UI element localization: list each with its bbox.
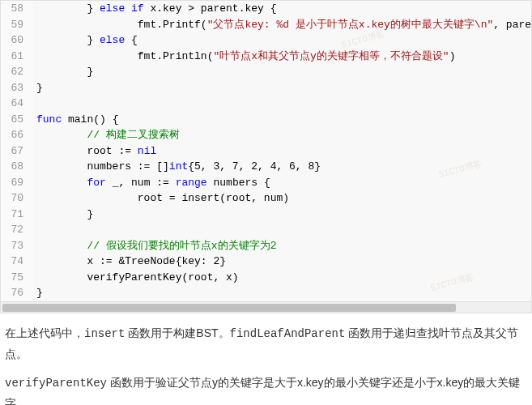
line-number: 68 <box>1 159 33 175</box>
line-number: 71 <box>1 207 33 223</box>
text: 在上述代码中， <box>5 326 84 339</box>
code-lines: 58 } else if x.key > parent.key {59 fmt.… <box>1 1 531 301</box>
article-text: 在上述代码中，insert 函数用于构建BST。findLeafAndParen… <box>0 313 532 406</box>
line-number: 66 <box>1 127 33 143</box>
code-line: 67 root := nil <box>1 143 531 160</box>
code-ref-verify: verifyParentKey <box>5 377 107 390</box>
line-number: 62 <box>1 64 33 80</box>
code-content: fmt.Printf("父节点key: %d 是小于叶节点x.key的树中最大关… <box>33 17 531 33</box>
line-number: 65 <box>1 112 33 128</box>
code-line: 75 verifyParentKey(root, x) <box>1 270 531 286</box>
code-line: 61 fmt.Println("叶节点x和其父节点y的关键字相等，不符合题设") <box>1 49 531 65</box>
line-number: 73 <box>1 238 33 254</box>
code-content: } <box>33 64 93 80</box>
line-number: 64 <box>1 96 33 112</box>
code-content: for _, num := range numbers { <box>33 175 270 191</box>
code-line: 74 x := &TreeNode{key: 2} <box>1 254 531 270</box>
code-content <box>33 96 36 112</box>
code-content <box>33 222 36 238</box>
code-block: 51CTO博客 51CTO博客 51CTO博客 58 } else if x.k… <box>0 0 532 313</box>
code-content: verifyParentKey(root, x) <box>33 270 239 286</box>
code-line: 59 fmt.Printf("父节点key: %d 是小于叶节点x.key的树中… <box>1 17 531 33</box>
code-content: } <box>33 80 43 96</box>
code-ref-findleaf: findLeafAndParent <box>230 327 346 340</box>
code-content: // 假设我们要找的叶节点x的关键字为2 <box>33 238 276 254</box>
code-line: 71 } <box>1 207 531 223</box>
scrollbar-horizontal[interactable] <box>1 301 531 313</box>
line-number: 72 <box>1 222 33 238</box>
line-number: 59 <box>1 17 33 33</box>
code-line: 63} <box>1 80 531 96</box>
line-number: 70 <box>1 190 33 207</box>
code-content: } else { <box>33 32 138 49</box>
code-line: 66 // 构建二叉搜索树 <box>1 127 531 143</box>
line-number: 63 <box>1 80 33 96</box>
line-number: 58 <box>1 1 33 17</box>
code-line: 76} <box>1 285 531 301</box>
code-content: // 构建二叉搜索树 <box>33 127 180 143</box>
line-number: 75 <box>1 270 33 286</box>
scroll-thumb[interactable] <box>2 304 456 312</box>
code-content: func main() { <box>33 112 118 128</box>
code-line: 64 <box>1 96 531 112</box>
code-content: fmt.Println("叶节点x和其父节点y的关键字相等，不符合题设") <box>33 49 455 65</box>
code-content: x := &TreeNode{key: 2} <box>33 254 226 270</box>
code-line: 69 for _, num := range numbers { <box>1 175 531 191</box>
code-content: root = insert(root, num) <box>33 190 289 207</box>
code-content: numbers := []int{5, 3, 7, 2, 4, 6, 8} <box>33 159 321 175</box>
code-content: } <box>33 207 93 223</box>
line-number: 67 <box>1 143 33 160</box>
code-line: 62 } <box>1 64 531 80</box>
code-content: } else if x.key > parent.key { <box>33 1 276 17</box>
code-line: 72 <box>1 222 531 238</box>
code-content: } <box>33 285 43 301</box>
paragraph-1: 在上述代码中，insert 函数用于构建BST。findLeafAndParen… <box>5 323 527 364</box>
code-ref-insert: insert <box>84 327 125 340</box>
line-number: 60 <box>1 32 33 49</box>
code-line: 73 // 假设我们要找的叶节点x的关键字为2 <box>1 238 531 254</box>
line-number: 61 <box>1 49 33 65</box>
line-number: 69 <box>1 175 33 191</box>
code-line: 60 } else { <box>1 32 531 49</box>
code-content: root := nil <box>33 143 156 160</box>
line-number: 74 <box>1 254 33 270</box>
text: 函数用于构建BST。 <box>125 326 229 339</box>
line-number: 76 <box>1 285 33 301</box>
code-line: 65func main() { <box>1 112 531 128</box>
code-line: 70 root = insert(root, num) <box>1 190 531 207</box>
code-line: 68 numbers := []int{5, 3, 7, 2, 4, 6, 8} <box>1 159 531 175</box>
paragraph-2: verifyParentKey 函数用于验证父节点y的关键字是大于x.key的最… <box>5 373 527 405</box>
code-line: 58 } else if x.key > parent.key { <box>1 1 531 17</box>
